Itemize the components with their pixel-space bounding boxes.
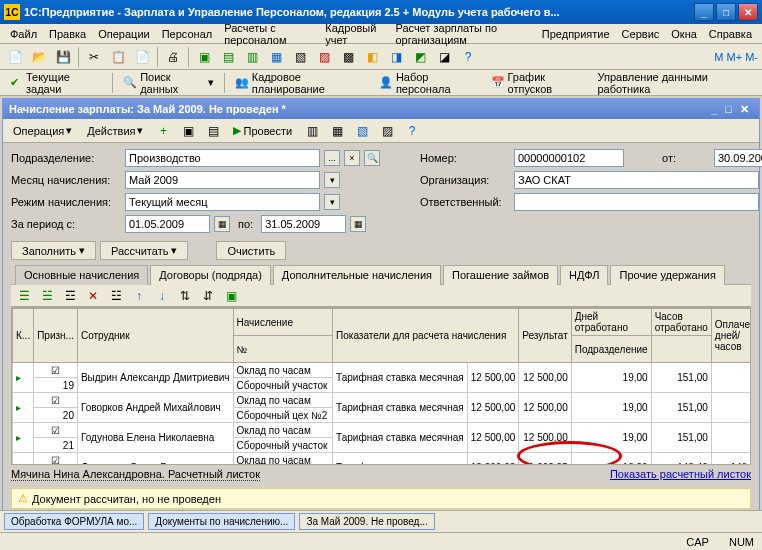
operation-menu[interactable]: Операция ▾	[7, 122, 78, 139]
tab-contracts[interactable]: Договоры (подряда)	[150, 265, 271, 285]
task-item[interactable]: Документы по начислению...	[148, 513, 295, 530]
help-icon[interactable]: ?	[401, 120, 423, 142]
calc-button[interactable]: Рассчитать ▾	[100, 241, 188, 260]
tool-icon[interactable]: ▦	[326, 120, 348, 142]
col-employee[interactable]: Сотрудник	[77, 309, 233, 363]
mode-input[interactable]: Текущий месяц	[125, 193, 320, 211]
table-row[interactable]: ▸☑Данилина Ольга ВасильевнаОклад по часа…	[13, 453, 752, 466]
tool-icon[interactable]: ☱	[36, 285, 58, 307]
recruitment-link[interactable]: 👤Набор персонала	[375, 69, 483, 97]
col-dept[interactable]: Подразделение	[571, 336, 651, 363]
hr-planning-link[interactable]: 👥Кадровое планирование	[231, 69, 371, 97]
tool-icon[interactable]: ▧	[289, 46, 311, 68]
tab-additional[interactable]: Дополнительные начисления	[273, 265, 441, 285]
cut-icon[interactable]: ✂	[83, 46, 105, 68]
table-row[interactable]: ▸☑Выдрин Александр ДмитриевичОклад по ча…	[13, 363, 752, 378]
tool-icon[interactable]: ▥	[241, 46, 263, 68]
tool-icon[interactable]: ▨	[376, 120, 398, 142]
col-hours[interactable]: Часов отработано	[651, 309, 711, 336]
current-tasks-link[interactable]: ✔Текущие задачи	[6, 69, 106, 97]
search-link[interactable]: 🔍Поиск данных ▾	[119, 69, 218, 97]
calendar-button[interactable]: ▦	[214, 216, 230, 232]
task-item[interactable]: За Май 2009. Не провед...	[299, 513, 434, 530]
table-row[interactable]: ▸☑Говорков Андрей МихайловичОклад по час…	[13, 393, 752, 408]
menu-windows[interactable]: Окна	[665, 26, 703, 42]
new-icon[interactable]: 📄	[4, 46, 26, 68]
copy-icon[interactable]: 📋	[107, 46, 129, 68]
help-icon[interactable]: ?	[457, 46, 479, 68]
sort-icon[interactable]: ⇅	[174, 285, 196, 307]
menu-company[interactable]: Предприятие	[536, 26, 616, 42]
maximize-button[interactable]: □	[716, 3, 736, 21]
run-button[interactable]: ▶Провести	[227, 122, 298, 139]
tab-main[interactable]: Основные начисления	[15, 265, 148, 285]
col-days[interactable]: Дней отработано	[571, 309, 651, 336]
add-icon[interactable]: +	[152, 120, 174, 142]
menu-salary[interactable]: Расчет зарплаты по организациям	[389, 20, 535, 48]
data-grid[interactable]: К... Призн... Сотрудник Начисление Показ…	[11, 307, 751, 465]
doc-max-icon[interactable]: □	[725, 103, 732, 115]
tool-icon[interactable]: ▥	[301, 120, 323, 142]
tool-icon[interactable]: ☳	[105, 285, 127, 307]
col-indicators[interactable]: Показатели для расчета начисления	[333, 309, 519, 363]
dept-input[interactable]: Производство	[125, 149, 320, 167]
tab-loans[interactable]: Погашение займов	[443, 265, 558, 285]
tool-icon[interactable]: ▩	[337, 46, 359, 68]
select-button[interactable]: ...	[324, 150, 340, 166]
date-input[interactable]: 30.09.2009	[714, 149, 762, 167]
col-mark[interactable]: Призн...	[34, 309, 78, 363]
fill-button[interactable]: Заполнить ▾	[11, 241, 96, 260]
tool-icon[interactable]: ◩	[409, 46, 431, 68]
up-icon[interactable]: ↑	[128, 285, 150, 307]
print-icon[interactable]: 🖨	[162, 46, 184, 68]
show-payslip-link[interactable]: Показать расчетный листок	[610, 468, 751, 481]
org-input[interactable]: ЗАО СКАТ	[514, 171, 759, 189]
date-from-input[interactable]: 01.05.2009	[125, 215, 210, 233]
tool-icon[interactable]: ▧	[351, 120, 373, 142]
tool-icon[interactable]: ▦	[265, 46, 287, 68]
doc-close-icon[interactable]: ✕	[740, 103, 749, 116]
menu-personnel[interactable]: Персонал	[156, 26, 219, 42]
tool-icon[interactable]: ▣	[220, 285, 242, 307]
tool-icon[interactable]: ▣	[177, 120, 199, 142]
table-row[interactable]: ▸☑Годунова Елена НиколаевнаОклад по часа…	[13, 423, 752, 438]
vacation-link[interactable]: 📅График отпусков	[487, 69, 590, 97]
tool-icon[interactable]: ▨	[313, 46, 335, 68]
down-icon[interactable]: ↓	[151, 285, 173, 307]
col-result[interactable]: Результат	[519, 309, 571, 363]
tool-icon[interactable]: ◧	[361, 46, 383, 68]
open-icon[interactable]: 📂	[28, 46, 50, 68]
tool-icon[interactable]: ▤	[217, 46, 239, 68]
close-button[interactable]: ✕	[738, 3, 758, 21]
tab-other[interactable]: Прочие удержания	[610, 265, 724, 285]
tool-icon[interactable]: ☲	[59, 285, 81, 307]
clear-button[interactable]: ×	[344, 150, 360, 166]
add-row-icon[interactable]: ☰	[13, 285, 35, 307]
number-input[interactable]: 00000000102	[514, 149, 624, 167]
menu-payroll[interactable]: Расчеты с персоналом	[218, 20, 319, 48]
employee-data-link[interactable]: Управление данными работника	[594, 69, 757, 97]
date-to-input[interactable]: 31.05.2009	[261, 215, 346, 233]
menu-edit[interactable]: Правка	[43, 26, 92, 42]
resp-input[interactable]	[514, 193, 759, 211]
minimize-button[interactable]: _	[694, 3, 714, 21]
tool-icon[interactable]: ◪	[433, 46, 455, 68]
month-input[interactable]: Май 2009	[125, 171, 320, 189]
menu-file[interactable]: Файл	[4, 26, 43, 42]
menu-ops[interactable]: Операции	[92, 26, 155, 42]
spinner-button[interactable]: ▾	[324, 172, 340, 188]
spinner-button[interactable]: ▾	[324, 194, 340, 210]
search-button[interactable]: 🔍	[364, 150, 380, 166]
doc-min-icon[interactable]: _	[711, 103, 717, 115]
memory-buttons[interactable]: М М+ М-	[714, 51, 758, 63]
save-icon[interactable]: 💾	[52, 46, 74, 68]
menu-help[interactable]: Справка	[703, 26, 758, 42]
col-n[interactable]: №	[233, 336, 333, 363]
tool-icon[interactable]: ▣	[193, 46, 215, 68]
sort-icon[interactable]: ⇵	[197, 285, 219, 307]
col-accrual[interactable]: Начисление	[233, 309, 333, 336]
col-k[interactable]: К...	[13, 309, 34, 363]
task-item[interactable]: Обработка ФОРМУЛА мо...	[4, 513, 144, 530]
menu-hr[interactable]: Кадровый учет	[319, 20, 389, 48]
calendar-button[interactable]: ▦	[350, 216, 366, 232]
